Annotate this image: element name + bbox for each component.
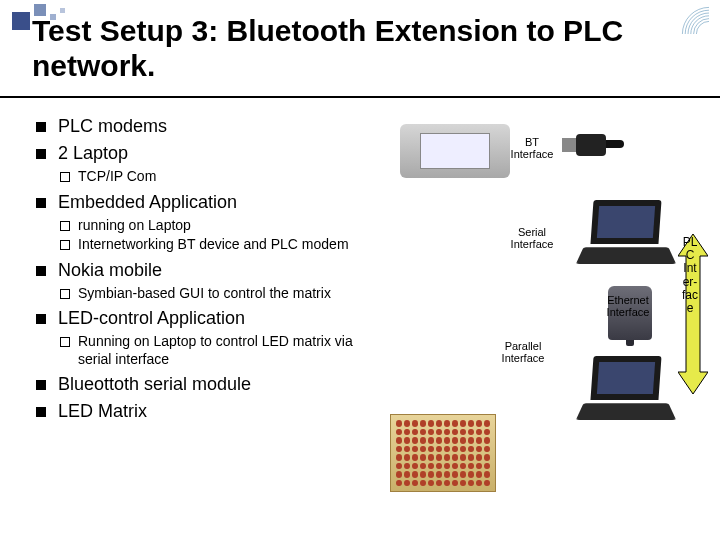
list-item: TCP/IP Com [58,168,376,186]
plc-interface-label: PL C Int er- fac e [678,236,702,315]
bullet-text: Internetworking BT device and PLC modem [78,236,349,252]
laptop-icon [580,356,672,426]
bullet-text: TCP/IP Com [78,168,156,184]
bt-dongle-icon [562,128,622,162]
list-item: Embedded Application running on Laptop I… [36,192,376,254]
list-item: LED Matrix [36,401,376,422]
bullet-text: Nokia mobile [58,260,162,280]
bullet-content: PLC modems 2 Laptop TCP/IP Com Embedded … [36,116,376,428]
ethernet-interface-label: Ethernet Interface [598,294,658,318]
bullet-text: running on Laptop [78,217,191,233]
list-item: Running on Laptop to control LED matrix … [58,333,376,368]
bullet-text: Running on Laptop to control LED matrix … [78,333,353,367]
list-item: running on Laptop [58,217,376,235]
list-item: LED-control Application Running on Lapto… [36,308,376,368]
bullet-text: PLC modems [58,116,167,136]
bt-interface-label: BT Interface [508,136,556,160]
led-matrix-icon [390,414,496,492]
bullet-text: LED Matrix [58,401,147,421]
list-item: 2 Laptop TCP/IP Com [36,143,376,186]
bullet-text: Embedded Application [58,192,237,212]
list-item: Nokia mobile Symbian-based GUI to contro… [36,260,376,303]
list-item: Blueottoth serial module [36,374,376,395]
slide-title: Test Setup 3: Bluetooth Extension to PLC… [32,14,672,83]
diagram-area: BT Interface Serial Interface Ethernet I… [380,116,720,536]
parallel-interface-label: Parallel Interface [496,340,550,364]
pda-device-icon [400,124,510,178]
list-item: Symbian-based GUI to control the matrix [58,285,376,303]
bullet-text: Blueottoth serial module [58,374,251,394]
logo-icon [680,6,710,34]
list-item: Internetworking BT device and PLC modem [58,236,376,254]
divider [0,96,720,98]
bullet-text: Symbian-based GUI to control the matrix [78,285,331,301]
list-item: PLC modems [36,116,376,137]
bullet-text: LED-control Application [58,308,245,328]
serial-interface-label: Serial Interface [508,226,556,250]
bullet-text: 2 Laptop [58,143,128,163]
laptop-icon [580,200,672,270]
